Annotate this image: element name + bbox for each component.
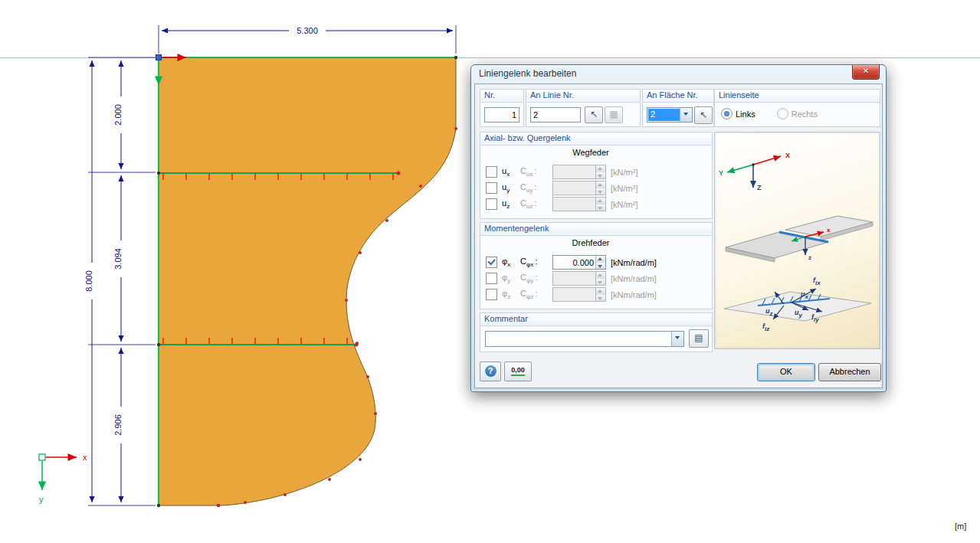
selected-node[interactable] <box>156 55 162 61</box>
pick-line-button[interactable]: ↖ <box>585 106 603 123</box>
spring-value-cphix[interactable] <box>553 256 595 269</box>
spring-input-cphiz[interactable] <box>552 287 606 302</box>
help-button[interactable]: ? <box>480 361 501 381</box>
surface-region[interactable] <box>159 57 456 505</box>
surface-number-combo[interactable]: 2 <box>647 107 693 123</box>
spin-down-icon <box>596 204 605 211</box>
group-comment: Kommentar ▤ <box>480 312 713 352</box>
spinner-buttons[interactable] <box>595 256 605 269</box>
close-button[interactable]: ✕ <box>852 65 880 80</box>
checkbox-phiy[interactable] <box>486 273 497 284</box>
zero-icon: 0,00 <box>511 366 525 376</box>
spinner-buttons[interactable] <box>595 288 605 301</box>
svg-text:3.094: 3.094 <box>113 248 123 270</box>
spinner-buttons[interactable] <box>595 165 605 178</box>
dim-label-width: 5.300 <box>289 25 326 36</box>
line-number-field[interactable] <box>530 107 581 123</box>
line-hinge-dialog: Liniengelenk bearbeiten ✕ Nr. An Linie N… <box>470 64 887 392</box>
dropdown-arrow-icon[interactable] <box>680 108 692 122</box>
svg-text:2.906: 2.906 <box>113 414 123 436</box>
svg-text:8.000: 8.000 <box>84 270 93 292</box>
spin-down-icon <box>596 295 605 302</box>
spring-value-cuy[interactable] <box>553 182 595 195</box>
ill-axis-x-label: X <box>785 152 790 159</box>
radio-links[interactable] <box>721 108 733 119</box>
pick-cursor-icon: ↖ <box>590 109 598 119</box>
group-line-header: An Linie Nr. <box>526 90 640 103</box>
dof-label-fix: fix <box>813 276 821 286</box>
dof-label-phix: φx <box>502 257 520 268</box>
spring-input-cphiy[interactable] <box>552 271 606 286</box>
checkbox-uz[interactable] <box>486 198 497 210</box>
unit-cphiy: [kNm/rad/m] <box>611 274 657 283</box>
spinner-buttons[interactable] <box>595 198 605 211</box>
comment-value <box>487 332 671 345</box>
unit-cuy: [kN/m²] <box>611 184 637 193</box>
dof-label-fiz: fiz <box>762 322 769 332</box>
dof-label-phiz: φz <box>502 289 520 300</box>
dialog-titlebar[interactable]: Liniengelenk bearbeiten <box>471 65 886 83</box>
row-ux: ux Cux: [kN/m²] <box>480 165 712 179</box>
group-line: An Linie Nr. ↖ ▦ <box>526 89 641 127</box>
group-moment: Momentengelenk Drehfeder φx Cφx: [kNm/ra… <box>480 222 713 309</box>
spring-value-cphiz[interactable] <box>553 288 595 301</box>
spring-value-cphiy[interactable] <box>553 272 595 285</box>
select-line-list-button[interactable]: ▦ <box>605 106 623 123</box>
ok-button[interactable]: OK <box>757 363 815 381</box>
spin-down-icon <box>596 263 605 270</box>
spin-down-icon <box>596 188 605 195</box>
spring-input-cuz[interactable] <box>552 197 606 211</box>
spring-value-cux[interactable] <box>553 165 595 178</box>
row-uz: uz Cuz: [kN/m²] <box>480 197 712 211</box>
dropdown-arrow-icon[interactable] <box>671 332 683 346</box>
dof-label-ux: ux <box>502 166 520 178</box>
dof-label-uy: uy <box>502 182 520 194</box>
spinner-buttons[interactable] <box>595 182 605 195</box>
svg-text:5.300: 5.300 <box>297 26 318 35</box>
spin-up-icon <box>596 288 605 295</box>
pick-surface-button[interactable]: ↖ <box>694 106 713 124</box>
spring-value-cuz[interactable] <box>553 198 595 211</box>
spin-up-icon <box>596 165 605 172</box>
checkbox-phiz[interactable] <box>486 289 497 300</box>
spring-input-cuy[interactable] <box>552 181 606 195</box>
set-zero-button[interactable]: 0,00 <box>504 361 532 381</box>
ill-joint-x-label: x <box>827 227 831 234</box>
row-uy: uy Cuy: [kN/m²] <box>480 181 712 195</box>
hinge-number-field[interactable] <box>484 107 519 123</box>
checkbox-phix[interactable] <box>486 257 497 268</box>
dof-label-uy: uy <box>795 309 802 319</box>
spring-input-cux[interactable] <box>552 165 606 179</box>
radio-rechts-label: Rechts <box>792 110 818 119</box>
moment-column-header: Drehfeder <box>554 238 628 247</box>
group-side: Linienseite Links Rechts <box>714 89 880 127</box>
group-axial-header: Axial- bzw. Quergelenk <box>480 132 712 146</box>
help-icon: ? <box>485 365 497 377</box>
cancel-button[interactable]: Abbrechen <box>818 363 881 381</box>
group-nr: Nr. <box>480 89 524 127</box>
comment-browse-button[interactable]: ▤ <box>689 329 709 348</box>
checkbox-uy[interactable] <box>486 182 497 194</box>
axial-column-header: Wegfeder <box>554 148 628 157</box>
spinner-buttons[interactable] <box>595 272 605 285</box>
illustration-panel: X Y Z x z <box>714 132 880 349</box>
radio-rechts[interactable] <box>777 108 788 119</box>
checkbox-ux[interactable] <box>486 166 497 178</box>
surface-number-value: 2 <box>648 109 680 121</box>
spring-label-cuz: Cuz: <box>520 198 552 210</box>
check-icon <box>487 257 495 266</box>
radio-links-label: Links <box>736 110 755 119</box>
unit-cux: [kN/m²] <box>611 168 637 177</box>
spring-input-cphix[interactable] <box>552 255 606 270</box>
group-surface-header: An Fläche Nr. <box>643 90 713 103</box>
group-comment-header: Kommentar <box>480 313 712 326</box>
group-axial: Axial- bzw. Quergelenk Wegfeder ux Cux: … <box>480 132 713 219</box>
spring-label-cphiy: Cφy: <box>520 273 552 284</box>
comment-combo[interactable] <box>485 331 684 347</box>
dialog-title: Liniengelenk bearbeiten <box>479 68 576 79</box>
ill-joint-z-label: z <box>808 254 811 261</box>
spin-up-icon <box>596 198 605 204</box>
spin-up-icon <box>596 256 605 263</box>
dim-label-seg1: 2.000 <box>113 96 123 133</box>
spin-down-icon <box>596 279 605 286</box>
